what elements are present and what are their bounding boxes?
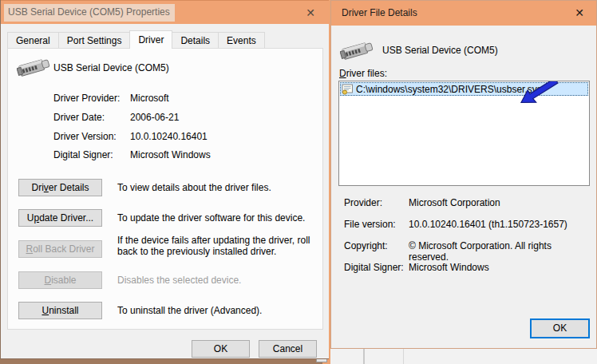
digital-signer-label: Digital Signer:: [344, 262, 408, 273]
provider-label: Provider:: [344, 197, 408, 208]
tab-driver[interactable]: Driver: [129, 30, 172, 49]
background-edge: [0, 358, 322, 364]
driver-provider-label: Driver Provider:: [53, 93, 129, 104]
driver-file-details-dialog: Driver File Details ✕ USB Serial Device …: [330, 0, 597, 349]
tab-general[interactable]: General: [7, 32, 59, 49]
ok-button[interactable]: OK: [530, 318, 590, 338]
driver-date-value: 2006-06-21: [130, 112, 179, 123]
roll-back-driver-description: If the device fails after updating the d…: [117, 235, 315, 257]
file-version-value: 10.0.10240.16401 (th1.150723-1657): [409, 219, 592, 230]
digital-signer-value: Microsoft Windows: [130, 149, 211, 160]
uninstall-description: To uninstall the driver (Advanced).: [117, 305, 315, 316]
copyright-value: © Microsoft Corporation. All rights rese…: [409, 240, 592, 263]
provider-value: Microsoft Corporation: [409, 197, 592, 208]
digital-signer-value: Microsoft Windows: [409, 262, 592, 273]
usb-device-icon: [17, 54, 50, 80]
driver-files-label: Driver files:: [339, 68, 387, 79]
disable-description: Disables the selected device.: [117, 275, 315, 286]
file-version-label: File version:: [344, 219, 408, 230]
driver-provider-value: Microsoft: [130, 93, 169, 104]
window-behind-divider: [363, 348, 365, 364]
roll-back-driver-button: Roll Back Driver: [18, 240, 102, 258]
uninstall-button[interactable]: Uninstall: [18, 302, 102, 319]
usb-device-icon: [340, 38, 374, 63]
window-behind-divider: [403, 348, 404, 364]
tab-strip: General Port Settings Driver Details Eve…: [7, 30, 264, 49]
dialog-title: USB Serial Device (COM5) Properties: [4, 4, 175, 22]
close-icon[interactable]: ✕: [297, 1, 324, 25]
driver-file-item-selected[interactable]: C:\windows\system32\DRIVERS\usbser.sys: [340, 82, 588, 96]
cancel-button[interactable]: Cancel: [259, 340, 317, 358]
titlebar[interactable]: Driver File Details ✕: [331, 1, 596, 26]
copyright-label: Copyright:: [344, 240, 408, 251]
close-icon[interactable]: ✕: [566, 1, 593, 26]
device-name: USB Serial Device (COM5): [53, 62, 169, 73]
ok-button[interactable]: OK: [192, 340, 250, 358]
tab-events[interactable]: Events: [218, 32, 265, 49]
window-behind: [330, 348, 597, 364]
update-driver-description: To update the driver software for this d…: [117, 212, 315, 224]
update-driver-button[interactable]: Update Driver...: [18, 209, 102, 227]
driver-version-value: 10.0.10240.16401: [130, 131, 208, 142]
driver-details-description: To view details about the driver files.: [117, 182, 315, 193]
driver-file-path: C:\windows\system32\DRIVERS\usbser.sys: [356, 84, 542, 95]
driver-files-listbox[interactable]: C:\windows\system32\DRIVERS\usbser.sys: [338, 81, 590, 186]
titlebar[interactable]: USB Serial Device (COM5) Properties ✕: [1, 0, 329, 24]
device-name: USB Serial Device (COM5): [382, 45, 498, 56]
driver-date-label: Driver Date:: [53, 112, 129, 123]
driver-version-label: Driver Version:: [53, 131, 129, 142]
driver-file-icon: [342, 84, 354, 95]
tab-details[interactable]: Details: [172, 32, 219, 49]
device-properties-dialog: USB Serial Device (COM5) Properties ✕ Ge…: [0, 0, 329, 359]
disable-button: Disable: [18, 271, 102, 289]
digital-signer-label: Digital Signer:: [53, 149, 129, 160]
tab-port-settings[interactable]: Port Settings: [58, 32, 131, 49]
dialog-title: Driver File Details: [342, 7, 417, 18]
driver-details-button[interactable]: Driver Details: [18, 179, 102, 196]
